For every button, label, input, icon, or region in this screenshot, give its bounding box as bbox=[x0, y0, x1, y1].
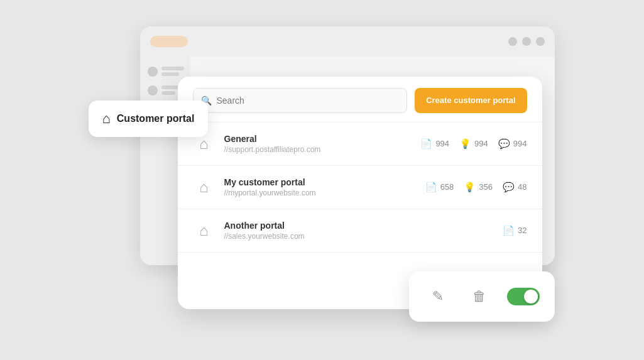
stat-num-light-general: 994 bbox=[474, 139, 488, 148]
portal-url-another: //sales.yourwebsite.com bbox=[224, 232, 494, 241]
bg-avatar-1 bbox=[148, 67, 158, 77]
portal-stats-my: 📄 658 💡 356 💬 48 bbox=[425, 182, 527, 193]
label-card: ⌂ Customer portal bbox=[89, 101, 209, 137]
main-header: 🔍 Create customer portal bbox=[178, 77, 542, 123]
edit-button[interactable]: ✎ bbox=[424, 283, 452, 310]
document-icon-my: 📄 bbox=[425, 182, 437, 193]
portal-info-general: General //support.postaffiliatepro.com bbox=[224, 134, 412, 154]
portal-stats-another: 📄 32 bbox=[503, 225, 527, 236]
stat-document-general: 📄 994 bbox=[420, 138, 449, 150]
bg-pill bbox=[150, 36, 188, 47]
create-customer-portal-button[interactable]: Create customer portal bbox=[415, 88, 527, 113]
toggle-switch[interactable] bbox=[507, 288, 540, 305]
toggle-knob bbox=[524, 290, 538, 303]
portal-name-another: Another portal bbox=[224, 221, 494, 231]
lightbulb-icon-my: 💡 bbox=[464, 182, 476, 193]
bg-dot-3 bbox=[536, 37, 545, 46]
portal-house-icon-my: ⌂ bbox=[193, 176, 216, 199]
action-card: ✎ 🗑 bbox=[409, 271, 555, 322]
comment-icon-general: 💬 bbox=[498, 138, 510, 150]
stat-num-doc-my: 658 bbox=[440, 182, 454, 192]
portal-item-another: ⌂ Another portal //sales.yourwebsite.com… bbox=[178, 209, 542, 253]
label-title: Customer portal bbox=[117, 113, 195, 124]
document-icon-general: 📄 bbox=[420, 138, 432, 150]
bg-dot-2 bbox=[522, 37, 531, 46]
stat-lightbulb-my: 💡 356 bbox=[464, 182, 493, 193]
bg-topbar bbox=[140, 26, 555, 57]
label-house-icon: ⌂ bbox=[102, 111, 111, 127]
portal-stats-general: 📄 994 💡 994 💬 994 bbox=[420, 138, 527, 150]
portal-house-icon-another: ⌂ bbox=[193, 219, 216, 242]
portal-url-general: //support.postaffiliatepro.com bbox=[224, 145, 412, 154]
bg-line bbox=[161, 91, 175, 95]
bg-dot-1 bbox=[508, 37, 517, 46]
stat-document-my: 📄 658 bbox=[425, 182, 454, 193]
search-input[interactable] bbox=[217, 95, 400, 106]
stat-num-comment-general: 994 bbox=[513, 139, 527, 148]
portal-url-my: //myportal.yourwebsite.com bbox=[224, 188, 417, 197]
lightbulb-icon-general: 💡 bbox=[459, 138, 471, 150]
stat-num-doc-general: 994 bbox=[435, 139, 449, 148]
trash-icon: 🗑 bbox=[472, 288, 486, 305]
stat-num-light-my: 356 bbox=[479, 182, 493, 192]
delete-button[interactable]: 🗑 bbox=[466, 283, 493, 310]
stat-lightbulb-general: 💡 994 bbox=[459, 138, 488, 150]
stat-comment-my: 💬 48 bbox=[503, 182, 527, 193]
edit-icon: ✎ bbox=[432, 288, 444, 305]
bg-line bbox=[161, 67, 184, 70]
stat-comment-general: 💬 994 bbox=[498, 138, 527, 150]
portal-item-my-portal: ⌂ My customer portal //myportal.yourwebs… bbox=[178, 166, 542, 209]
portal-name-general: General bbox=[224, 134, 412, 144]
document-icon-another: 📄 bbox=[503, 225, 515, 236]
portal-item-general: ⌂ General //support.postaffiliatepro.com… bbox=[178, 123, 542, 166]
bg-dots bbox=[508, 37, 545, 46]
stat-num-doc-another: 32 bbox=[518, 226, 527, 235]
bg-line bbox=[161, 72, 179, 76]
bg-avatar-2 bbox=[148, 85, 158, 95]
stat-document-another: 📄 32 bbox=[503, 225, 527, 236]
comment-icon-my: 💬 bbox=[503, 182, 515, 193]
bg-sidebar-item-1 bbox=[148, 67, 183, 77]
portal-info-my: My customer portal //myportal.yourwebsit… bbox=[224, 177, 417, 197]
portal-list: ⌂ General //support.postaffiliatepro.com… bbox=[178, 123, 542, 253]
portal-info-another: Another portal //sales.yourwebsite.com bbox=[224, 221, 494, 241]
portal-name-my: My customer portal bbox=[224, 177, 417, 187]
search-box[interactable]: 🔍 bbox=[193, 88, 408, 113]
stat-num-comment-my: 48 bbox=[518, 182, 527, 192]
